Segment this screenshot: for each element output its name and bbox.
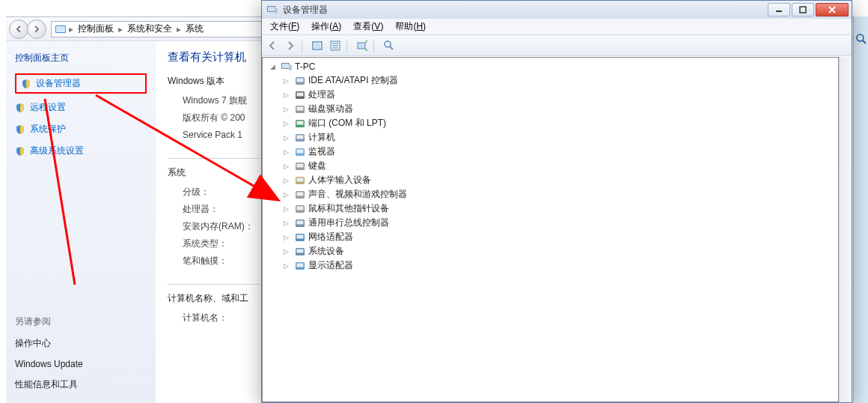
expand-icon[interactable]: ▷	[282, 76, 290, 85]
tree-node[interactable]: ▷系统设备	[279, 244, 838, 258]
tree-node[interactable]: ▷人体学输入设备	[279, 173, 838, 187]
toolbar-sep	[302, 39, 306, 52]
breadcrumb-item[interactable]: 系统	[183, 22, 206, 35]
tree-node[interactable]: ▷声音、视频和游戏控制器	[279, 187, 838, 202]
breadcrumb-item[interactable]: 控制面板	[76, 22, 116, 35]
device-category-icon	[294, 89, 306, 101]
vertical-scrollbar[interactable]	[839, 57, 852, 402]
tool-forward[interactable]	[281, 37, 299, 54]
expand-icon[interactable]: ▷	[282, 190, 290, 199]
tree-node-label: 计算机	[308, 131, 335, 144]
toolbar-sep	[346, 39, 351, 52]
tree-root-node[interactable]: ◢ T-PC	[266, 59, 838, 73]
sidebar-link-protection[interactable]: 系统保护	[15, 121, 147, 137]
expand-icon[interactable]: ▷	[282, 162, 290, 170]
collapse-icon[interactable]: ◢	[269, 62, 277, 70]
tree-node[interactable]: ▷显示适配器	[279, 258, 838, 273]
tree-node[interactable]: ▷计算机	[279, 130, 838, 145]
close-button[interactable]	[816, 3, 849, 16]
sidebar-link-label: 系统保护	[30, 123, 66, 136]
sidebar-link-label: 高级系统设置	[30, 145, 84, 157]
svg-rect-30	[297, 121, 304, 124]
breadcrumb-sep: ▸	[69, 24, 73, 34]
svg-rect-48	[297, 249, 304, 252]
tree-children: ▷IDE ATA/ATAPI 控制器▷处理器▷磁盘驱动器▷端口 (COM 和 L…	[266, 73, 838, 273]
tool-properties[interactable]	[326, 37, 344, 54]
breadcrumb-item[interactable]: 系统和安全	[125, 22, 174, 35]
tool-back[interactable]	[263, 37, 281, 54]
computer-icon	[281, 61, 293, 73]
nav-arrows	[9, 19, 46, 39]
sidebar-link-remote[interactable]: 远程设置	[15, 100, 147, 115]
see-also-link[interactable]: 性能信息和工具	[15, 377, 147, 393]
dm-menubar: 文件(F) 操作(A) 查看(V) 帮助(H)	[262, 19, 852, 35]
device-tree[interactable]: ◢ T-PC ▷IDE ATA/ATAPI 控制器▷处理器▷磁盘驱动器▷端口 (…	[262, 57, 839, 402]
tool-show-hidden[interactable]	[308, 37, 326, 54]
see-also-link[interactable]: Windows Update	[15, 357, 147, 371]
maximize-button[interactable]	[792, 3, 814, 16]
svg-point-18	[385, 41, 391, 47]
dm-content: ◢ T-PC ▷IDE ATA/ATAPI 控制器▷处理器▷磁盘驱动器▷端口 (…	[262, 56, 852, 402]
svg-rect-46	[297, 234, 304, 238]
tree-node-label: 鼠标和其他指针设备	[308, 202, 389, 215]
tree-node[interactable]: ▷IDE ATA/ATAPI 控制器	[279, 73, 838, 88]
dm-titlebar[interactable]: 设备管理器	[262, 1, 852, 19]
svg-rect-21	[282, 64, 289, 68]
tree-node[interactable]: ▷键盘	[279, 159, 838, 173]
expand-icon[interactable]: ▷	[282, 261, 290, 270]
expand-icon[interactable]: ▷	[282, 91, 290, 99]
svg-rect-26	[297, 92, 304, 96]
svg-rect-50	[297, 263, 304, 267]
cp-sidebar: 控制面板主页 设备管理器 远程设置 系统保护	[6, 41, 156, 403]
dm-toolbar	[262, 35, 852, 56]
tree-node[interactable]: ▷通用串行总线控制器	[279, 216, 838, 230]
device-category-icon	[294, 175, 306, 187]
search-icon[interactable]	[855, 33, 867, 47]
expand-icon[interactable]: ▷	[282, 204, 290, 213]
expand-icon[interactable]: ▷	[282, 105, 290, 113]
tree-node-label: 通用串行总线控制器	[308, 216, 389, 229]
cp-home-link[interactable]: 控制面板主页	[15, 52, 147, 64]
sidebar-link-advanced[interactable]: 高级系统设置	[15, 143, 147, 159]
shield-icon	[15, 103, 25, 113]
device-category-icon	[294, 132, 306, 144]
right-search-strip	[853, 16, 868, 403]
nav-forward-button[interactable]	[27, 19, 46, 39]
tree-node[interactable]: ▷鼠标和其他指针设备	[279, 202, 838, 216]
svg-rect-12	[314, 43, 320, 48]
device-manager-window: 设备管理器 文件(F) 操作(A) 查看(V) 帮助(H) ◢	[261, 0, 852, 403]
menu-action[interactable]: 操作(A)	[306, 19, 346, 34]
svg-rect-34	[297, 149, 304, 153]
device-category-icon	[294, 231, 306, 243]
tree-node-label: T-PC	[295, 61, 315, 72]
tree-node[interactable]: ▷监视器	[279, 145, 838, 159]
expand-icon[interactable]: ▷	[282, 247, 290, 255]
expand-icon[interactable]: ▷	[282, 176, 290, 184]
tree-node[interactable]: ▷端口 (COM 和 LPT)	[279, 116, 838, 130]
menu-file[interactable]: 文件(F)	[265, 19, 305, 34]
shield-icon	[15, 124, 25, 135]
expand-icon[interactable]: ▷	[282, 119, 290, 127]
expand-icon[interactable]: ▷	[282, 219, 290, 227]
see-also-title: 另请参阅	[15, 315, 147, 328]
tree-node[interactable]: ▷网络适配器	[279, 230, 838, 244]
tree-node-label: IDE ATA/ATAPI 控制器	[308, 74, 398, 87]
minimize-button[interactable]	[768, 3, 790, 16]
sidebar-link-device-manager[interactable]: 设备管理器	[15, 73, 147, 94]
expand-icon[interactable]: ▷	[282, 148, 290, 156]
tool-scan[interactable]	[353, 37, 371, 54]
expand-icon[interactable]: ▷	[282, 233, 290, 241]
svg-line-3	[863, 40, 866, 43]
tree-node[interactable]: ▷磁盘驱动器	[279, 102, 838, 116]
svg-line-19	[390, 46, 393, 49]
tool-help[interactable]	[380, 37, 398, 54]
menu-help[interactable]: 帮助(H)	[390, 19, 431, 34]
see-also-link[interactable]: 操作中心	[15, 336, 147, 351]
svg-rect-17	[358, 43, 365, 49]
toolbar-sep	[373, 39, 378, 52]
nav-back-button[interactable]	[9, 19, 28, 39]
expand-icon[interactable]: ▷	[282, 133, 290, 142]
menu-view[interactable]: 查看(V)	[348, 19, 388, 34]
tree-node[interactable]: ▷处理器	[279, 88, 838, 102]
svg-rect-22	[289, 65, 292, 70]
